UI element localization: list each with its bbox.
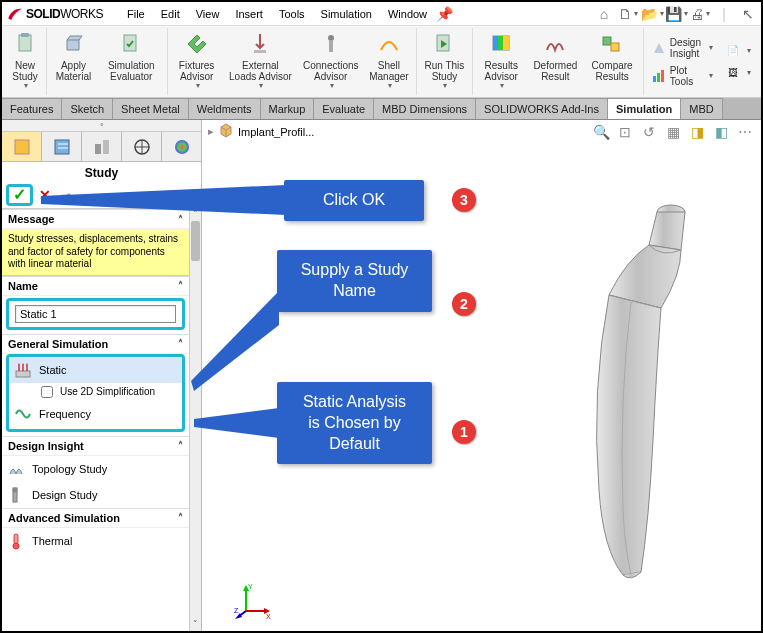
print-icon[interactable]: 🖨▾ — [691, 5, 709, 23]
solidworks-logo-icon — [6, 5, 24, 23]
svg-marker-32 — [41, 185, 286, 215]
tab-simulation[interactable]: Simulation — [608, 98, 681, 119]
display-style-icon[interactable]: ◧ — [711, 122, 731, 142]
tab-sketch[interactable]: Sketch — [62, 98, 113, 119]
prev-view-icon[interactable]: ↺ — [639, 122, 659, 142]
tab-mbd[interactable]: MBD — [681, 98, 722, 119]
include-image-button[interactable]: 🖼▾ — [723, 63, 753, 83]
insight-icon — [652, 40, 666, 56]
results-advisor-button[interactable]: Results Advisor▾ — [475, 28, 527, 95]
menu-edit[interactable]: Edit — [153, 5, 188, 23]
simulation-evaluator-button[interactable]: Simulation Evaluator — [98, 28, 165, 95]
pin-icon[interactable]: 📌 — [435, 5, 453, 23]
ok-button[interactable]: ✓ — [6, 184, 33, 206]
quick-access-toolbar: ⌂ 🗋▾ 📂▾ 💾▾ 🖨▾ | ↖ — [595, 5, 757, 23]
thermal-option[interactable]: Thermal — [2, 528, 189, 554]
chevron-up-icon: ˄ — [178, 280, 183, 291]
tab-addins[interactable]: SOLIDWORKS Add-Ins — [476, 98, 608, 119]
fixtures-advisor-button[interactable]: Fixtures Advisor▾ — [170, 28, 224, 95]
feature-tree-tab[interactable] — [2, 132, 42, 161]
svg-text:Z: Z — [234, 607, 239, 614]
zoom-fit-icon[interactable]: 🔍 — [591, 122, 611, 142]
apply-material-button[interactable]: Apply Material — [49, 28, 98, 95]
shell-manager-button[interactable]: Shell Manager▾ — [364, 28, 414, 95]
design-insight-button[interactable]: Design Insight▾ — [650, 35, 715, 61]
menu-insert[interactable]: Insert — [227, 5, 271, 23]
general-simulation-header[interactable]: General Simulation ˄ — [2, 334, 189, 354]
open-icon[interactable]: 📂▾ — [643, 5, 661, 23]
use-2d-option[interactable]: Use 2D Simplification — [9, 383, 182, 401]
svg-rect-8 — [493, 36, 498, 50]
select-icon[interactable]: ↖ — [739, 5, 757, 23]
tab-markup[interactable]: Markup — [261, 98, 315, 119]
new-doc-icon[interactable]: 🗋▾ — [619, 5, 637, 23]
svg-rect-17 — [55, 140, 69, 154]
menu-view[interactable]: View — [188, 5, 228, 23]
advanced-simulation-header[interactable]: Advanced Simulation ˄ — [2, 508, 189, 528]
run-study-button[interactable]: Run This Study▾ — [419, 28, 470, 95]
tab-sheetmetal[interactable]: Sheet Metal — [113, 98, 189, 119]
view-orient-icon[interactable]: ◨ — [687, 122, 707, 142]
zoom-area-icon[interactable]: ⊡ — [615, 122, 635, 142]
callout-study-name: Supply a Study Name — [277, 250, 432, 312]
material-icon — [59, 30, 87, 58]
static-icon — [13, 360, 33, 380]
menu-window[interactable]: Window — [380, 5, 435, 23]
scroll-thumb[interactable] — [191, 221, 200, 261]
use-2d-checkbox[interactable] — [41, 386, 53, 398]
thermal-icon — [6, 531, 26, 551]
view-toolbar: 🔍 ⊡ ↺ ▦ ◨ ◧ ⋯ — [591, 122, 755, 142]
study-name-input[interactable] — [15, 305, 176, 323]
svg-rect-10 — [503, 36, 509, 50]
deformed-icon — [541, 30, 569, 58]
dimxpert-tab[interactable] — [122, 132, 162, 161]
property-manager-tab[interactable] — [42, 132, 82, 161]
design-study-option[interactable]: Design Study — [2, 482, 189, 508]
tab-mbd-dimensions[interactable]: MBD Dimensions — [374, 98, 476, 119]
scroll-down-icon[interactable]: ˅ — [190, 619, 201, 631]
frequency-option[interactable]: Frequency — [9, 401, 182, 427]
report-button[interactable]: 📄▾ — [723, 41, 753, 61]
plot-icon — [652, 68, 666, 84]
new-study-button[interactable]: New Study▾ — [6, 28, 44, 95]
connections-advisor-button[interactable]: Connections Advisor▾ — [297, 28, 364, 95]
badge-1: 1 — [452, 420, 476, 444]
design-insight-header[interactable]: Design Insight ˄ — [2, 436, 189, 456]
tab-evaluate[interactable]: Evaluate — [314, 98, 374, 119]
static-option[interactable]: Static — [9, 357, 182, 383]
panel-tab-icons — [2, 132, 201, 162]
general-simulation-list: Static Use 2D Simplification Frequency — [6, 354, 185, 432]
chevron-up-icon: ˄ — [178, 338, 183, 349]
plot-tools-button[interactable]: Plot Tools▾ — [650, 63, 715, 89]
deformed-result-button[interactable]: Deformed Result — [527, 28, 583, 95]
model-render — [531, 190, 731, 590]
ribbon: New Study▾ Apply Material Simulation Eva… — [2, 26, 761, 98]
external-loads-button[interactable]: External Loads Advisor▾ — [224, 28, 298, 95]
save-icon[interactable]: 💾▾ — [667, 5, 685, 23]
section-view-icon[interactable]: ▦ — [663, 122, 683, 142]
tab-features[interactable]: Features — [2, 98, 62, 119]
panel-grip[interactable]: ∘ — [2, 120, 201, 132]
breadcrumb-arrow-icon[interactable]: ▸ — [208, 125, 214, 138]
command-tabs: Features Sketch Sheet Metal Weldments Ma… — [2, 98, 761, 120]
menu-tools[interactable]: Tools — [271, 5, 313, 23]
tab-weldments[interactable]: Weldments — [189, 98, 261, 119]
compare-results-button[interactable]: Compare Results — [583, 28, 641, 95]
more-icon[interactable]: ⋯ — [735, 122, 755, 142]
app-logo: SOLIDWORKS — [6, 5, 103, 23]
topology-option[interactable]: Topology Study — [2, 456, 189, 482]
menu-simulation[interactable]: Simulation — [313, 5, 380, 23]
loads-icon — [246, 30, 274, 58]
svg-rect-21 — [103, 140, 109, 154]
svg-marker-33 — [191, 291, 279, 391]
home-icon[interactable]: ⌂ — [595, 5, 613, 23]
menu-file[interactable]: File — [119, 5, 153, 23]
view-triad[interactable]: Y X Z — [234, 581, 274, 621]
svg-text:Y: Y — [248, 583, 253, 590]
display-manager-tab[interactable] — [162, 132, 201, 161]
results-icon — [487, 30, 515, 58]
menubar: SOLIDWORKS File Edit View Insert Tools S… — [2, 2, 761, 26]
config-manager-tab[interactable] — [82, 132, 122, 161]
name-header[interactable]: Name ˄ — [2, 276, 189, 296]
doc-name[interactable]: Implant_Profil... — [238, 126, 314, 138]
